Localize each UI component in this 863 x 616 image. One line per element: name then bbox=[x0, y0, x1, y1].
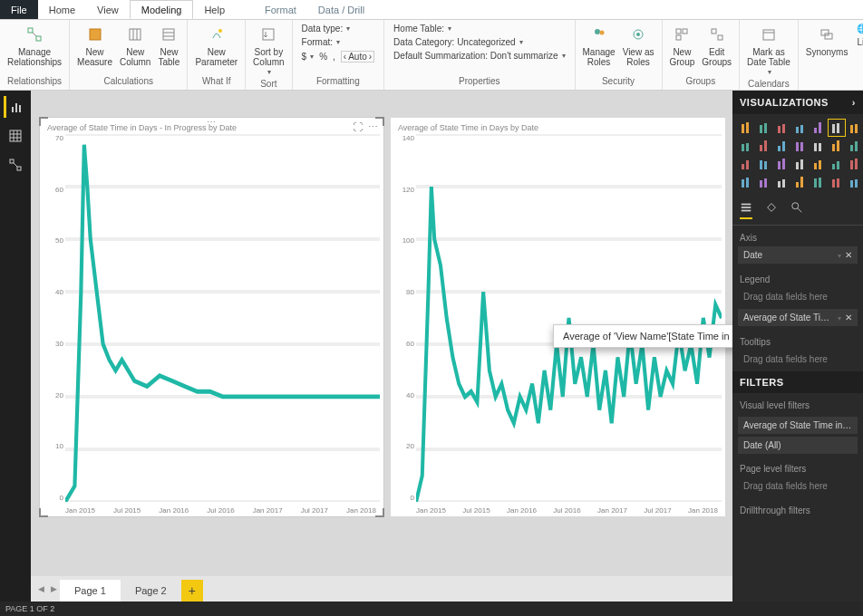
viz-type-card[interactable] bbox=[829, 156, 845, 172]
legend-field-well[interactable]: Drag data fields here bbox=[738, 288, 858, 305]
manage-roles-button[interactable]: Manage Roles bbox=[579, 22, 619, 69]
svg-rect-71 bbox=[782, 141, 785, 151]
chevron-right-icon[interactable]: › bbox=[852, 97, 856, 108]
viz-type-ribbon[interactable] bbox=[738, 138, 754, 154]
drag-handle-icon[interactable]: ⋯ bbox=[207, 117, 216, 127]
svg-rect-82 bbox=[760, 160, 762, 169]
add-page-button[interactable]: + bbox=[181, 580, 203, 602]
percent-button[interactable]: % bbox=[319, 52, 327, 62]
resize-handle[interactable] bbox=[39, 508, 48, 517]
viz-type-custom[interactable] bbox=[847, 174, 863, 190]
home-table-dropdown[interactable]: Home Table:▾ bbox=[393, 24, 451, 34]
values-field-well[interactable]: Average of State Time in …▾✕ bbox=[738, 309, 858, 326]
viz-type-r[interactable] bbox=[810, 174, 827, 190]
view-as-roles-button[interactable]: View as Roles bbox=[619, 22, 658, 69]
resize-handle[interactable] bbox=[375, 508, 384, 517]
focus-mode-icon[interactable]: ⛶ bbox=[353, 121, 363, 133]
tab-file[interactable]: File bbox=[0, 0, 38, 19]
resize-handle[interactable] bbox=[39, 117, 48, 126]
language-dropdown[interactable]: 🌐 Language▾ bbox=[857, 24, 863, 34]
viz-type-matrix[interactable] bbox=[792, 174, 809, 190]
filter-item[interactable]: Average of State Time in … bbox=[738, 417, 858, 434]
viz-type-bar-stacked[interactable] bbox=[738, 120, 754, 136]
visualizations-header[interactable]: VISUALIZATIONS › bbox=[732, 91, 863, 114]
chevron-down-icon: ▾ bbox=[336, 38, 340, 46]
viz-type-slicer[interactable] bbox=[756, 174, 772, 190]
manage-relationships-button[interactable]: Manage Relationships bbox=[4, 22, 65, 69]
currency-button[interactable]: $▾ bbox=[302, 52, 315, 62]
summarization-dropdown[interactable]: Default Summarization: Don't summarize▾ bbox=[393, 51, 565, 61]
analytics-tab[interactable] bbox=[790, 201, 803, 219]
viz-type-area[interactable] bbox=[847, 120, 863, 136]
viz-type-column-100[interactable] bbox=[810, 120, 827, 136]
viz-type-kpi[interactable] bbox=[738, 174, 754, 190]
remove-field-icon[interactable]: ✕ bbox=[841, 313, 852, 322]
tooltips-field-well[interactable]: Drag data fields here bbox=[738, 351, 858, 368]
linguistic-schema-dropdown[interactable]: Linguistic Schema▾ bbox=[857, 37, 863, 47]
viz-type-line-stacked[interactable] bbox=[774, 138, 790, 154]
remove-field-icon[interactable]: ✕ bbox=[841, 250, 852, 260]
page-tab-1[interactable]: Page 1 bbox=[60, 580, 121, 602]
tab-home[interactable]: Home bbox=[38, 0, 86, 19]
new-group-button[interactable]: New Group bbox=[666, 22, 699, 69]
viz-type-gauge[interactable] bbox=[810, 156, 827, 172]
new-parameter-button[interactable]: New Parameter bbox=[191, 22, 241, 69]
viz-type-line-column[interactable] bbox=[756, 138, 772, 154]
svg-rect-96 bbox=[760, 180, 762, 188]
page-next-button[interactable]: ▶ bbox=[47, 580, 60, 598]
viz-type-py[interactable] bbox=[829, 174, 845, 190]
format-dropdown[interactable]: Format:▾ bbox=[302, 37, 340, 47]
chevron-down-icon: ▾ bbox=[768, 67, 771, 77]
decimals-stepper[interactable]: ‹ Auto › bbox=[341, 51, 374, 63]
tab-modeling[interactable]: Modeling bbox=[130, 0, 194, 19]
viz-type-table[interactable] bbox=[774, 174, 790, 190]
viz-type-line[interactable] bbox=[829, 120, 845, 136]
model-view-button[interactable] bbox=[4, 154, 27, 176]
viz-type-pie[interactable] bbox=[829, 138, 845, 154]
new-column-button[interactable]: New Column bbox=[116, 22, 154, 69]
filter-item[interactable]: Date (All) bbox=[738, 437, 858, 454]
viz-type-bar-clustered[interactable] bbox=[756, 120, 772, 136]
viz-type-waterfall[interactable] bbox=[792, 138, 809, 154]
sort-by-column-button[interactable]: Sort by Column▾ bbox=[249, 22, 287, 79]
decrease-icon[interactable]: ‹ bbox=[344, 52, 346, 62]
page-filters-label: Page level filters bbox=[732, 457, 863, 477]
viz-type-multi-card[interactable] bbox=[847, 156, 863, 172]
tab-format[interactable]: Format bbox=[254, 0, 307, 19]
data-category-dropdown[interactable]: Data Category: Uncategorized▾ bbox=[393, 37, 523, 47]
fields-tab[interactable] bbox=[740, 201, 752, 219]
page-prev-button[interactable]: ◀ bbox=[34, 580, 47, 598]
viz-type-scatter[interactable] bbox=[810, 138, 827, 154]
edit-groups-button[interactable]: Edit Groups bbox=[698, 22, 735, 69]
new-measure-button[interactable]: New Measure bbox=[73, 22, 116, 69]
data-view-button[interactable] bbox=[4, 125, 27, 147]
page-tab-2[interactable]: Page 2 bbox=[121, 580, 181, 602]
viz-type-donut[interactable] bbox=[847, 138, 863, 154]
tab-view[interactable]: View bbox=[86, 0, 130, 19]
more-options-icon[interactable]: ⋯ bbox=[368, 121, 378, 133]
filters-header[interactable]: FILTERS bbox=[732, 371, 863, 393]
synonyms-button[interactable]: Synonyms bbox=[802, 22, 852, 59]
data-type-dropdown[interactable]: Data type:▾ bbox=[302, 24, 351, 34]
viz-type-treemap[interactable] bbox=[738, 156, 754, 172]
mark-date-table-button[interactable]: Mark as Date Table▾ bbox=[743, 22, 794, 79]
tab-datadrill[interactable]: Data / Drill bbox=[307, 0, 375, 19]
report-view-button[interactable] bbox=[4, 96, 27, 118]
comma-button[interactable]: , bbox=[333, 52, 335, 62]
new-table-button[interactable]: New Table bbox=[154, 22, 183, 69]
increase-icon[interactable]: › bbox=[369, 52, 372, 62]
report-canvas[interactable]: ⋯ ⛶ ⋯ Average of State Time in Days - In… bbox=[31, 91, 732, 576]
svg-rect-110 bbox=[742, 210, 751, 212]
viz-type-funnel[interactable] bbox=[792, 156, 809, 172]
viz-type-column-stacked[interactable] bbox=[774, 120, 790, 136]
tab-help[interactable]: Help bbox=[193, 0, 236, 19]
line-chart-visual-left[interactable]: ⋯ ⛶ ⋯ Average of State Time in Days - In… bbox=[40, 118, 383, 516]
page-filter-well[interactable]: Drag data fields here bbox=[738, 477, 858, 495]
format-tab[interactable] bbox=[765, 201, 778, 219]
viz-type-column-clustered[interactable] bbox=[792, 120, 809, 136]
viz-type-map[interactable] bbox=[756, 156, 772, 172]
chevron-down-icon: ▾ bbox=[267, 67, 271, 77]
axis-field-well[interactable]: Date▾✕ bbox=[738, 246, 858, 264]
viz-type-filled-map[interactable] bbox=[774, 156, 790, 172]
line-chart-visual-right[interactable]: Average of State Time in Days by Date 14… bbox=[391, 118, 725, 516]
